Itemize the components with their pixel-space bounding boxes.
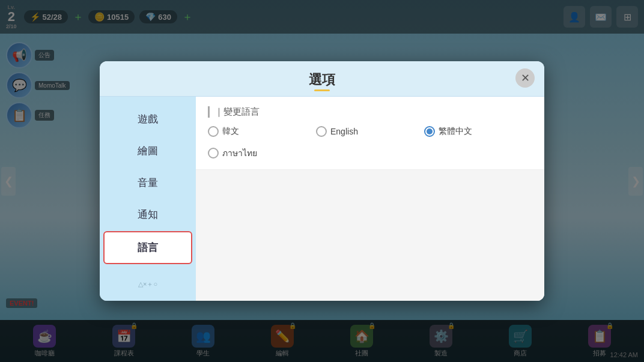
- close-button[interactable]: ✕: [515, 68, 535, 88]
- language-label-korean: 韓文: [222, 126, 239, 137]
- radio-english: [316, 126, 327, 137]
- language-radio-group: 韓文 English 繁體中文: [208, 126, 532, 160]
- sidebar-item-language[interactable]: 語言: [103, 231, 192, 264]
- dialog-header: 選項 ✕: [100, 61, 544, 97]
- language-option-traditional-chinese[interactable]: 繁體中文: [424, 126, 532, 137]
- radio-korean: [208, 126, 219, 137]
- dialog-content: ｜變更語言 韓文 English: [196, 97, 544, 301]
- dialog-sidebar: 遊戲 繪圖 音量 通知 語言 △×＋○: [100, 97, 196, 301]
- language-option-thai[interactable]: ภาษาไทย: [208, 146, 532, 160]
- sidebar-footer: △×＋○: [100, 275, 196, 294]
- radio-traditional-chinese: [424, 126, 435, 137]
- language-option-korean[interactable]: 韓文: [208, 126, 316, 137]
- content-empty-area: [196, 170, 544, 301]
- sidebar-item-notify[interactable]: 通知: [103, 199, 192, 230]
- sidebar-item-draw[interactable]: 繪圖: [103, 136, 192, 166]
- language-label-thai: ภาษาไทย: [222, 146, 257, 160]
- dialog-title: 選項: [309, 71, 335, 89]
- section-title: ｜變更語言: [208, 106, 532, 118]
- language-label-english: English: [330, 127, 358, 136]
- sidebar-item-game[interactable]: 遊戲: [103, 104, 192, 134]
- radio-thai: [208, 148, 219, 158]
- language-section: ｜變更語言 韓文 English: [196, 97, 544, 170]
- sidebar-item-sound[interactable]: 音量: [103, 167, 192, 198]
- options-dialog: 選項 ✕ 遊戲 繪圖 音量 通知 語言 △×＋○ ｜變更語言: [100, 61, 544, 301]
- dialog-body: 遊戲 繪圖 音量 通知 語言 △×＋○ ｜變更語言 韓文: [100, 97, 544, 301]
- language-option-english[interactable]: English: [316, 126, 424, 137]
- language-row-2: ภาษาไทย: [208, 146, 532, 160]
- modal-overlay: 選項 ✕ 遊戲 繪圖 音量 通知 語言 △×＋○ ｜變更語言: [0, 0, 644, 362]
- language-row-1: 韓文 English 繁體中文: [208, 126, 532, 137]
- language-label-traditional-chinese: 繁體中文: [439, 126, 472, 137]
